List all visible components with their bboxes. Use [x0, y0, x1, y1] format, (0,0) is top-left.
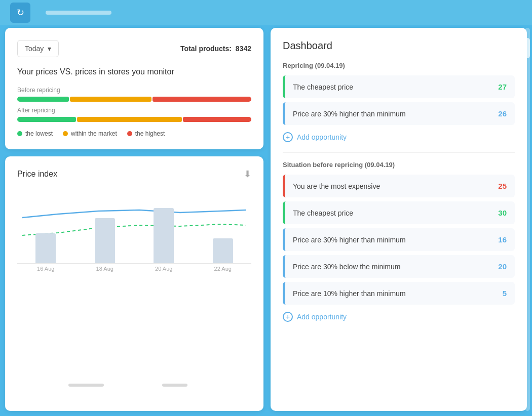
- bar-col-22aug: [213, 238, 233, 264]
- situation-section-heading: Situation before repricing (09.04.19): [283, 161, 515, 169]
- after-bar-low: [17, 117, 76, 122]
- bar-col-18aug: [95, 218, 115, 264]
- search-bar-placeholder: [46, 11, 111, 15]
- refresh-button[interactable]: ↻: [10, 3, 30, 23]
- after-repricing-section: After repricing: [17, 107, 251, 122]
- situation-row-30higher: Price are 30% higher than minimum 16: [283, 228, 515, 251]
- legend-label-market: within the market: [71, 130, 117, 137]
- chevron-down-icon: ▾: [48, 45, 51, 53]
- legend-dot-highest: [127, 131, 132, 136]
- bar-group-16aug: 16 Aug: [22, 233, 69, 272]
- bottom-scroll-hint-2: [162, 384, 187, 387]
- situation-30higher-value: 16: [498, 235, 507, 244]
- dashboard-card: Dashboard Repricing (09.04.19) The cheap…: [271, 28, 527, 411]
- legend-label-highest: the highest: [135, 130, 165, 137]
- repricing-row-30higher: Price are 30% higher than minimum 26: [283, 102, 515, 125]
- repricing-add-opportunity[interactable]: + Add opportunity: [283, 132, 515, 142]
- card-top: Today ▾ Total products: 8342: [17, 40, 251, 57]
- before-repricing-bar: [17, 97, 251, 102]
- situation-expensive-label: You are the most expensive: [293, 182, 498, 190]
- before-bar-mid: [70, 97, 152, 102]
- situation-row-cheapest: The cheapest price 30: [283, 201, 515, 224]
- situation-10higher-value: 5: [503, 289, 507, 298]
- bar-group-20aug: 20 Aug: [140, 208, 187, 272]
- price-index-title: Price index: [17, 170, 57, 179]
- legend-highest: the highest: [127, 130, 165, 137]
- situation-cheapest-value: 30: [498, 209, 507, 217]
- situation-30below-value: 20: [498, 262, 507, 271]
- situation-30below-label: Price are 30% below the minimum: [293, 263, 498, 271]
- before-repricing-section: Before repricing: [17, 87, 251, 102]
- price-index-card: Price index ⬇ 16 Aug: [5, 156, 263, 411]
- scroll-thumb[interactable]: [525, 38, 530, 58]
- bar-col-20aug: [154, 208, 174, 264]
- total-label: Total products:: [180, 45, 232, 53]
- main-container: Today ▾ Total products: 8342 Your prices…: [5, 28, 527, 411]
- after-repricing-label: After repricing: [17, 107, 251, 114]
- repricing-cheapest-label: The cheapest price: [293, 83, 498, 91]
- x-axis-line: [17, 263, 251, 264]
- situation-row-expensive: You are the most expensive 25: [283, 175, 515, 197]
- vs-prices-card: Today ▾ Total products: 8342 Your prices…: [5, 28, 263, 149]
- after-bar-mid: [77, 117, 182, 122]
- bar-label-18aug: 18 Aug: [96, 266, 113, 272]
- total-value: 8342: [236, 45, 251, 53]
- situation-cheapest-label: The cheapest price: [293, 209, 498, 217]
- left-panel: Today ▾ Total products: 8342 Your prices…: [5, 28, 263, 411]
- download-icon[interactable]: ⬇: [244, 169, 251, 180]
- bar-label-22aug: 22 Aug: [214, 266, 232, 272]
- bar-group-18aug: 18 Aug: [82, 218, 129, 272]
- today-dropdown[interactable]: Today ▾: [17, 40, 59, 57]
- vs-prices-title: Your prices VS. prices in stores you mon…: [17, 67, 251, 76]
- right-panel: Dashboard Repricing (09.04.19) The cheap…: [271, 28, 527, 411]
- legend-lowest: the lowest: [17, 130, 53, 137]
- before-repricing-label: Before repricing: [17, 87, 251, 94]
- before-bar-low: [17, 97, 69, 102]
- bar-label-20aug: 20 Aug: [155, 266, 172, 272]
- situation-row-30below: Price are 30% below the minimum 20: [283, 255, 515, 278]
- top-bar: ↻: [0, 0, 532, 25]
- before-bar-high: [153, 97, 251, 102]
- section-divider: [283, 152, 515, 153]
- price-index-header: Price index ⬇: [17, 169, 251, 180]
- legend-label-lowest: the lowest: [25, 130, 53, 137]
- legend-dot-lowest: [17, 131, 22, 136]
- add-icon-repricing: +: [283, 132, 293, 142]
- repricing-row-cheapest: The cheapest price 27: [283, 75, 515, 98]
- dashboard-title: Dashboard: [283, 40, 515, 52]
- bar-col-16aug: [35, 233, 56, 264]
- price-index-chart: 16 Aug 18 Aug 20 Aug 22 Aug: [17, 190, 251, 281]
- situation-10higher-label: Price are 10% higher than minimum: [293, 289, 503, 298]
- total-products: Total products: 8342: [180, 45, 251, 53]
- scroll-track[interactable]: [525, 28, 530, 411]
- after-repricing-bar: [17, 117, 251, 122]
- situation-expensive-value: 25: [498, 182, 507, 190]
- repricing-cheapest-value: 27: [498, 82, 507, 91]
- bar-label-16aug: 16 Aug: [37, 266, 54, 272]
- add-icon-situation: +: [283, 312, 293, 322]
- repricing-30higher-label: Price are 30% higher than minimum: [293, 110, 498, 118]
- dropdown-label: Today: [25, 45, 44, 53]
- legend-dot-market: [63, 131, 68, 136]
- repricing-add-label: Add opportunity: [297, 133, 347, 141]
- legend-market: within the market: [63, 130, 117, 137]
- situation-row-10higher: Price are 10% higher than minimum 5: [283, 282, 515, 305]
- bottom-scroll-hint-1: [68, 384, 104, 387]
- situation-30higher-label: Price are 30% higher than minimum: [293, 236, 498, 244]
- bar-group-22aug: 22 Aug: [200, 238, 247, 272]
- after-bar-high: [183, 117, 251, 122]
- repricing-section-heading: Repricing (09.04.19): [283, 62, 515, 69]
- situation-add-opportunity[interactable]: + Add opportunity: [283, 312, 515, 322]
- legend: the lowest within the market the highest: [17, 130, 251, 137]
- situation-add-label: Add opportunity: [297, 313, 347, 321]
- repricing-30higher-value: 26: [498, 109, 507, 118]
